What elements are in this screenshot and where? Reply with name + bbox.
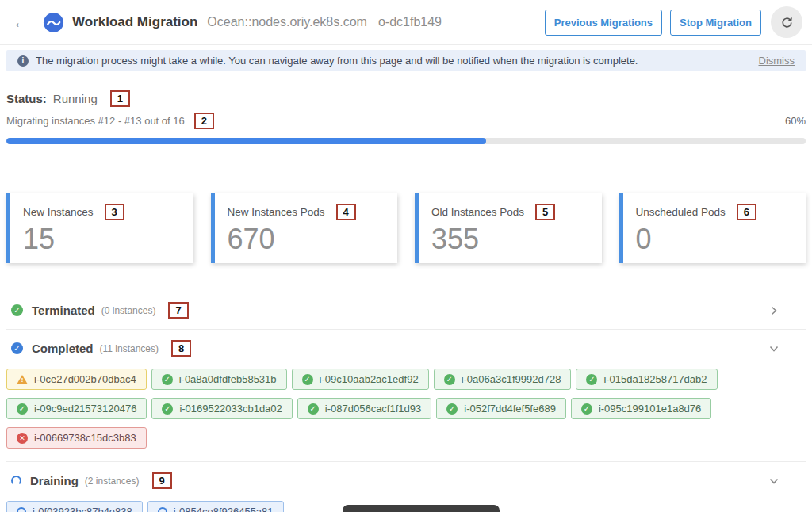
annotation-marker-9: 9 [152, 472, 172, 489]
info-icon: i [17, 55, 29, 67]
instance-chip: ✓i-0a06a3c1f9992d728 [434, 369, 572, 390]
spinner-icon [11, 476, 21, 486]
instance-id: i-0854ce8f926455a81 [174, 506, 274, 512]
instance-chip: ✕i-00669738c15dc3b83 [6, 427, 147, 449]
section-title: Completed [32, 342, 94, 355]
spinner-icon [17, 507, 26, 512]
card-label: New Instances [23, 206, 94, 218]
card-new-instances-pods: New Instances Pods 4 670 [211, 193, 398, 263]
annotation-marker-8: 8 [171, 340, 191, 357]
section-title: Terminated [32, 304, 95, 317]
status-label: Status: [6, 92, 47, 105]
section-draining-header[interactable]: Draining (2 instances) 9 [6, 462, 806, 499]
instance-id: i-095c199101e1a8d76 [599, 403, 701, 415]
check-icon: ✓ [162, 403, 173, 415]
stop-migration-button[interactable]: Stop Migration [670, 10, 761, 36]
card-value: 670 [228, 225, 385, 254]
instance-id: i-052f7dd4fef5fe689 [464, 403, 556, 415]
card-old-instances-pods: Old Instances Pods 5 355 [415, 193, 602, 263]
progress-bar-track [6, 138, 806, 144]
migration-progress-text: Migrating instances #12 - #13 out of 16 [6, 115, 185, 127]
check-circle-icon: ✓ [11, 342, 23, 354]
annotation-marker-5: 5 [535, 204, 555, 220]
card-unscheduled-pods: Unscheduled Pods 6 0 [619, 193, 806, 263]
instance-id: i-087d056cacf1f1d93 [325, 403, 421, 415]
check-icon: ✓ [586, 374, 597, 385]
refresh-icon [780, 16, 794, 29]
chevron-right-icon[interactable] [769, 306, 779, 315]
spinner-icon [158, 507, 167, 512]
error-icon: ✕ [17, 433, 28, 444]
refresh-button[interactable] [771, 6, 802, 38]
instance-id: i-0a06a3c1f9992d728 [462, 373, 561, 385]
instance-chip: ✓i-09c10aab2ac1edf92 [292, 369, 429, 390]
instance-chip: ✓i-087d056cacf1f1d93 [297, 398, 431, 419]
instance-chip: ✓i-0a8a0dfdfeb58531b [151, 369, 287, 390]
card-value: 355 [431, 225, 589, 254]
instance-chip: ✓i-0169522033cb1da02 [151, 398, 292, 419]
check-icon: ✓ [581, 403, 592, 415]
instance-id: i-0ce27d002b70dbac4 [34, 373, 136, 385]
warning-icon [17, 375, 28, 384]
cutoff-tooltip [343, 505, 500, 512]
ocean-logo-icon [43, 12, 64, 33]
check-circle-icon: ✓ [11, 304, 23, 316]
card-new-instances: New Instances 3 15 [6, 193, 193, 263]
instance-chip: i-0f03923bc87b4e838 [6, 501, 143, 512]
check-icon: ✓ [308, 403, 319, 415]
completed-chips: i-0ce27d002b70dbac4✓i-0a8a0dfdfeb58531b✓… [6, 369, 806, 449]
chevron-down-icon[interactable] [769, 344, 779, 353]
section-count: (0 instances) [102, 305, 156, 316]
instance-id: i-09c9ed21573120476 [34, 403, 136, 415]
section-title: Draining [30, 474, 79, 487]
progress-percent-label: 60% [785, 115, 806, 127]
instance-id: i-0f03923bc87b4e838 [33, 506, 132, 512]
card-label: Unscheduled Pods [636, 206, 726, 218]
card-value: 0 [636, 225, 794, 254]
annotation-marker-2: 2 [194, 113, 214, 129]
annotation-marker-3: 3 [105, 204, 124, 220]
chevron-down-icon[interactable] [769, 476, 779, 486]
instance-id: i-0169522033cb1da02 [179, 403, 282, 415]
back-arrow-icon[interactable]: ← [8, 12, 33, 33]
instance-chip: ✓i-095c199101e1a8d76 [571, 398, 711, 419]
annotation-marker-1: 1 [110, 90, 130, 107]
page-title: Workload Migration [72, 14, 197, 30]
previous-migrations-button[interactable]: Previous Migrations [545, 10, 662, 36]
section-count: (11 instances) [100, 343, 159, 354]
annotation-marker-7: 7 [168, 302, 188, 319]
check-icon: ✓ [162, 374, 173, 385]
check-icon: ✓ [444, 374, 455, 385]
instance-id: i-015da18258717dab2 [603, 373, 707, 385]
dismiss-link[interactable]: Dismiss [759, 55, 795, 67]
annotation-marker-6: 6 [737, 204, 756, 220]
section-completed-header[interactable]: ✓ Completed (11 instances) 8 [6, 330, 806, 367]
page-header: ← Workload Migration Ocean::nodes.oriy.e… [0, 0, 812, 45]
info-banner: i The migration process might take a whi… [6, 50, 806, 71]
check-icon: ✓ [302, 374, 313, 385]
cluster-name: Ocean::nodes.oriy.ek8s.com [207, 15, 367, 29]
card-label: New Instances Pods [228, 206, 325, 218]
section-terminated-header[interactable]: ✓ Terminated (0 instances) 7 [6, 292, 806, 329]
card-value: 15 [23, 225, 181, 254]
instance-id: i-09c10aab2ac1edf92 [320, 373, 419, 385]
status-value: Running [53, 92, 98, 105]
section-count: (2 instances) [85, 476, 140, 487]
instance-id: i-0a8a0dfdfeb58531b [179, 373, 277, 385]
check-icon: ✓ [446, 403, 458, 415]
check-icon: ✓ [17, 403, 28, 415]
instance-id: i-00669738c15dc3b83 [34, 432, 136, 444]
instance-chip: i-0ce27d002b70dbac4 [6, 369, 147, 390]
instance-chip: ✓i-052f7dd4fef5fe689 [436, 398, 566, 419]
annotation-marker-4: 4 [336, 204, 356, 220]
cluster-id: o-dc1fb149 [378, 15, 442, 29]
progress-bar-fill [6, 138, 486, 144]
banner-message: The migration process might take a while… [36, 55, 759, 67]
instance-chip: i-0854ce8f926455a81 [147, 501, 284, 512]
instance-chip: ✓i-015da18258717dab2 [576, 369, 717, 390]
card-label: Old Instances Pods [431, 206, 524, 218]
metric-cards: New Instances 3 15 New Instances Pods 4 … [6, 193, 806, 263]
instance-chip: ✓i-09c9ed21573120476 [6, 398, 147, 419]
